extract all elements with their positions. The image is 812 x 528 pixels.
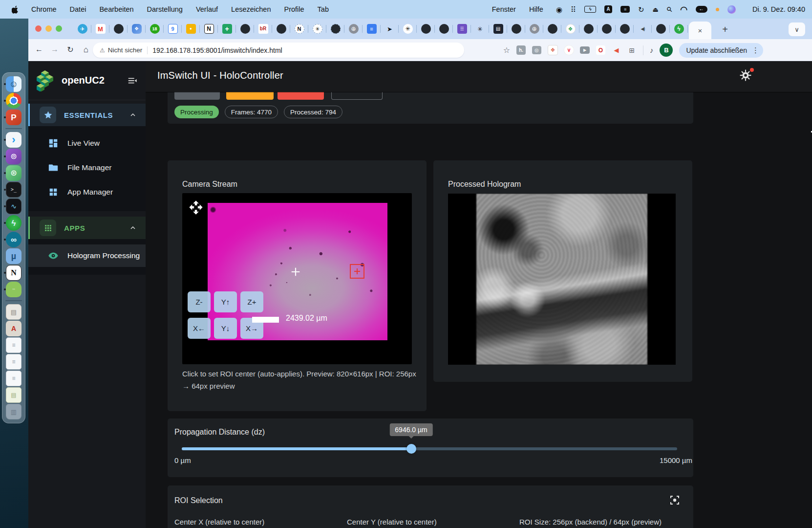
dock-pdf-folder[interactable]: A	[2, 320, 25, 337]
github-favicon[interactable]	[598, 19, 616, 39]
imswitch-favicon[interactable]: ϟ	[670, 19, 688, 39]
github-favicon[interactable]	[236, 19, 254, 39]
sidebar-item-hologram-processing[interactable]: Hologram Processing	[28, 244, 146, 267]
globe-favicon[interactable]: ⊕	[344, 19, 363, 39]
cursor-favicon[interactable]: ➤	[381, 19, 399, 39]
eject-icon[interactable]: ⏏	[653, 6, 659, 13]
hidden-button-outlined[interactable]	[331, 92, 383, 100]
menubar-item[interactable]: Profile	[284, 5, 304, 13]
input-source-icon[interactable]: A	[604, 5, 612, 13]
video-extension-icon[interactable]: ▶	[580, 46, 590, 54]
dock-document[interactable]: ≡	[2, 337, 25, 353]
sheets-favicon[interactable]: +	[218, 19, 236, 39]
menubar-item[interactable]: Fenster	[492, 5, 516, 13]
stage-y-up-button[interactable]: Y↑	[214, 291, 237, 312]
dock-trash[interactable]: ▥	[2, 403, 25, 420]
dz-slider[interactable]: 6946.0 µm	[182, 418, 677, 477]
update-chrome-button[interactable]: Update abschließen ⋮	[679, 43, 763, 58]
openai-favicon[interactable]: ✳	[471, 19, 489, 39]
dock-micromanager[interactable]: µ	[2, 248, 25, 264]
home-button[interactable]: ⌂	[80, 45, 92, 55]
time-machine-icon[interactable]: ↻	[638, 6, 644, 13]
url-text[interactable]: 192.168.178.195:8001/imswitch/index.html	[152, 46, 282, 54]
menubar-item[interactable]: Datei	[70, 5, 86, 13]
notion-favicon-loading[interactable]: N	[290, 19, 308, 39]
github-favicon-notification[interactable]	[543, 19, 561, 39]
apple-menu-icon[interactable]	[12, 5, 19, 14]
github-favicon[interactable]	[652, 19, 670, 39]
wifi-icon[interactable]: ◠	[680, 5, 687, 14]
menubar-item[interactable]: Darstellung	[147, 5, 183, 13]
extensions-puzzle-icon[interactable]: ⊞	[627, 45, 637, 55]
maximize-window-button[interactable]	[56, 25, 62, 32]
dock-atom[interactable]: ⊛	[2, 165, 25, 181]
sidebar-section-apps[interactable]: APPS	[28, 217, 146, 239]
camera-stream-view[interactable]: Z-Y↑Z+ X←Y↓X→ 2439.02 µm	[182, 193, 412, 364]
center-focus-icon[interactable]	[669, 494, 681, 506]
green-badge-18-favicon[interactable]: 18	[146, 19, 164, 39]
photos-extension-icon[interactable]: ❖	[548, 45, 558, 55]
close-window-button[interactable]	[35, 25, 42, 32]
gdocs-favicon[interactable]: ≡	[363, 19, 381, 39]
dock-chrome[interactable]	[2, 92, 25, 109]
h-extension-icon[interactable]: h.	[516, 45, 526, 55]
wallet-favicon[interactable]: ❖	[128, 19, 146, 39]
hidden-button-red[interactable]	[278, 92, 324, 100]
record-icon[interactable]: ◉	[556, 6, 562, 13]
settings-gear-icon[interactable]	[739, 69, 753, 83]
tab-search-button[interactable]: ∨	[789, 22, 805, 36]
dock-divider[interactable]	[2, 126, 25, 132]
app-grid-icon[interactable]: ⠿	[571, 6, 576, 13]
dock-document[interactable]: ≡	[2, 370, 25, 387]
security-label[interactable]: Nicht sicher	[108, 46, 143, 54]
dz-slider-thumb[interactable]	[406, 444, 416, 454]
openuc2-favicon[interactable]: ❖	[561, 19, 579, 39]
megaphone-extension-icon[interactable]: ◀	[612, 45, 621, 55]
profile-avatar[interactable]: B	[660, 44, 673, 57]
notification-dot-icon[interactable]	[716, 8, 719, 11]
gkeep-favicon[interactable]: ●	[182, 19, 200, 39]
chevron-up-icon[interactable]	[129, 224, 137, 232]
dock-finder[interactable]: ☺	[2, 76, 25, 92]
document-favicon[interactable]: ▤	[489, 19, 507, 39]
github-favicon[interactable]	[616, 19, 634, 39]
stage-y-down-button[interactable]: Y↓	[214, 318, 237, 339]
notion-favicon[interactable]: N	[200, 19, 218, 39]
github-favicon[interactable]	[109, 19, 128, 39]
sidebar-collapse-icon[interactable]	[127, 75, 138, 88]
gmail-favicon[interactable]: M	[91, 19, 109, 39]
globe-favicon[interactable]: ⊕	[525, 19, 543, 39]
tasklist-favicon[interactable]: ☰	[453, 19, 471, 39]
move-icon[interactable]	[189, 200, 203, 215]
camera-extension-icon[interactable]: ◎	[532, 46, 541, 54]
menubar-item[interactable]: Bearbeiten	[99, 5, 133, 13]
github-favicon[interactable]	[272, 19, 290, 39]
address-bar[interactable]: ⚠ Nicht sicher 192.168.178.195:8001/imsw…	[93, 43, 464, 58]
battery-charging-icon[interactable]: ϟ	[584, 6, 596, 13]
sidebar-section-essentials[interactable]: ESSENTIALS	[28, 104, 146, 126]
github-favicon-loading[interactable]	[326, 19, 344, 39]
menubar-item[interactable]: Lesezeichen	[231, 5, 271, 13]
stage-z-plus-button[interactable]: Z+	[240, 291, 263, 312]
sidebar-item-live-view[interactable]: Live View	[28, 132, 146, 154]
stage-z-minus-button[interactable]: Z-	[188, 291, 211, 312]
media-controls-icon[interactable]: ♪	[650, 46, 654, 54]
dock-divider[interactable]	[2, 298, 25, 304]
menubar-item[interactable]: Verlauf	[196, 5, 218, 13]
dock-github-desktop[interactable]: ⊚	[2, 148, 25, 165]
github-favicon[interactable]	[435, 19, 453, 39]
biorxiv-favicon[interactable]: bR	[254, 19, 272, 39]
sidebar-item-app-manager[interactable]: App Manager	[28, 181, 146, 203]
control-center-icon[interactable]: ▪▫	[696, 6, 707, 13]
stage-x-left-button[interactable]: X←	[188, 318, 211, 339]
tab-close-icon[interactable]: ×	[698, 26, 703, 35]
keyboard-icon[interactable]: ≡	[620, 6, 630, 13]
spotlight-icon[interactable]: ⚲	[667, 6, 672, 13]
new-tab-button[interactable]: +	[718, 22, 732, 36]
dock-vscode[interactable]: ›	[2, 132, 25, 148]
dock-android[interactable]: ◦◦	[2, 281, 25, 298]
dock-arduino[interactable]: ∞	[2, 231, 25, 248]
dock-notion[interactable]: N	[2, 264, 25, 281]
active-tab[interactable]: ×	[689, 22, 711, 39]
dock-spreadsheet[interactable]: ▤	[2, 387, 25, 403]
